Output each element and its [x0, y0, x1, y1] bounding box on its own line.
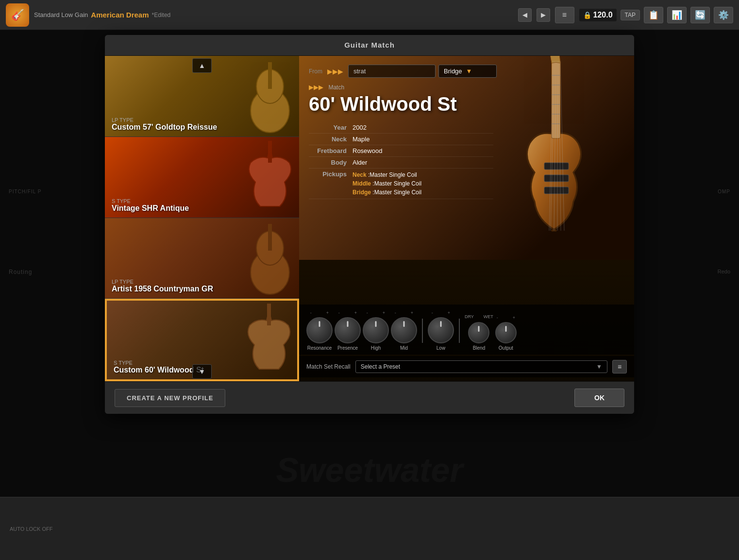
- menu-button[interactable]: ≡: [555, 7, 574, 23]
- low-knob-group: -+ Low: [428, 310, 454, 351]
- pickup-neck-row: Neck : Master Single Coil: [353, 170, 493, 179]
- levels-button[interactable]: 📊: [667, 7, 687, 23]
- from-dropdown-value: Bridge: [444, 68, 462, 75]
- loop-button[interactable]: 🔄: [690, 7, 710, 23]
- match-section: ▶▶▶ Match 60' Wildwood St: [309, 83, 624, 115]
- preset-menu-button[interactable]: ≡: [612, 360, 627, 373]
- dialog-overlay: Guitar Match ▲: [0, 30, 739, 560]
- dry-label: DRY: [465, 314, 474, 319]
- output-range: -+: [497, 315, 515, 320]
- spec-row-pickups: Pickups Neck : Master Single Coil Middle: [309, 169, 493, 199]
- ok-button[interactable]: OK: [574, 389, 624, 407]
- guitar-type: LP type: [112, 279, 213, 285]
- preset-recall-label: Match Set Recall: [306, 363, 351, 370]
- presence-knob-group: -+ Presence: [335, 310, 361, 351]
- guitar-name: Custom 57' Goldtop Reissue: [112, 123, 217, 132]
- knob-separator: [422, 319, 423, 343]
- settings-button[interactable]: ⚙️: [714, 7, 733, 23]
- top-right-controls: 🔒 120.0 TAP 📋 📊 🔄 ⚙️: [579, 7, 734, 23]
- mid-knob[interactable]: [391, 317, 417, 343]
- knob-separator-2: [459, 319, 460, 343]
- main-content: PITCH/FIL P Routing OMP Redo Sweetwater …: [0, 30, 739, 560]
- year-value: 2002: [353, 124, 493, 131]
- body-label: Body: [309, 159, 353, 166]
- dialog-footer: CREATE A NEW PROFILE OK: [105, 381, 634, 414]
- guitar-name: Vintage SHR Antique: [112, 204, 189, 213]
- specs-table: Year 2002 Neck Maple Fretboard Rosewood: [309, 122, 493, 199]
- dialog-title-bar: Guitar Match: [105, 35, 634, 56]
- output-label: Output: [499, 345, 513, 351]
- presence-knob[interactable]: [335, 317, 361, 343]
- guitar-type: S type: [114, 360, 204, 366]
- detail-content: From ▶▶▶ Bridge ▼: [299, 56, 634, 199]
- guitar-list: ▲ LP type Custom 57': [105, 56, 299, 381]
- high-knob-group: -+ High: [363, 310, 389, 351]
- fretboard-value: Rosewood: [353, 147, 493, 154]
- from-section: From ▶▶▶ Bridge ▼: [309, 65, 624, 78]
- guitar-item[interactable]: LP type Artist 1958 Countryman GR: [105, 218, 299, 299]
- notation-button[interactable]: 📋: [644, 7, 663, 23]
- logo-icon: 🎸: [11, 9, 24, 21]
- guitar-type: LP type: [112, 117, 217, 123]
- svg-rect-2: [268, 62, 272, 89]
- year-label: Year: [309, 124, 353, 131]
- preset-category: Standard Low Gain: [34, 11, 88, 18]
- pickup-middle-row: Middle : Master Single Coil: [353, 179, 493, 188]
- spec-row-neck: Neck Maple: [309, 134, 493, 145]
- presence-label: Presence: [337, 345, 358, 351]
- resonance-label: Resonance: [307, 345, 332, 351]
- from-input[interactable]: [348, 65, 436, 78]
- create-profile-button[interactable]: CREATE A NEW PROFILE: [115, 389, 225, 407]
- preset-select-dropdown[interactable]: Select a Preset ▼: [355, 360, 607, 373]
- bpm-value: 120.0: [593, 11, 613, 19]
- bottom-controls-placeholder: AUTO LOCK OFF: [10, 526, 52, 532]
- from-dropdown-button[interactable]: Bridge ▼: [438, 65, 497, 78]
- blend-knob[interactable]: [468, 322, 489, 343]
- auto-lock-label: AUTO LOCK OFF: [10, 526, 52, 532]
- spec-row-year: Year 2002: [309, 122, 493, 134]
- preset-info: Standard Low Gain American Dream *Edited: [34, 11, 513, 19]
- match-name: 60' Wildwood St: [309, 93, 624, 115]
- bpm-area: 🔒 120.0: [579, 9, 617, 21]
- prev-preset-button[interactable]: ◀: [518, 8, 532, 22]
- from-inputs: Bridge ▼: [348, 65, 497, 78]
- pickup-neck-coil-separator: :: [367, 171, 370, 178]
- preset-edited: *Edited: [152, 12, 171, 18]
- presence-range: -+: [338, 310, 357, 315]
- match-label: Match: [328, 84, 344, 91]
- from-label: From: [309, 68, 322, 75]
- pickup-middle-coil-separator: :: [371, 180, 374, 187]
- top-bar: 🎸 Standard Low Gain American Dream *Edit…: [0, 0, 739, 30]
- body-value: Alder: [353, 159, 493, 166]
- lock-icon: 🔒: [583, 11, 591, 19]
- high-knob[interactable]: [363, 317, 389, 343]
- knobs-area: -+ Resonance -+ Presence: [299, 305, 634, 355]
- wet-label: WET: [484, 314, 493, 319]
- app-logo[interactable]: 🎸: [6, 3, 29, 27]
- mid-knob-group: -+ Mid: [391, 310, 417, 351]
- guitar-detail: From ▶▶▶ Bridge ▼: [299, 56, 634, 381]
- mid-range: -+: [395, 310, 413, 315]
- output-knob[interactable]: [495, 322, 517, 343]
- preset-dropdown-arrow-icon: ▼: [596, 363, 602, 370]
- spec-row-fretboard: Fretboard Rosewood: [309, 145, 493, 157]
- pickup-bridge-coil-separator: :: [371, 189, 374, 196]
- resonance-knob-group: -+ Resonance: [306, 310, 333, 351]
- scroll-up-button[interactable]: ▲: [192, 58, 212, 73]
- guitar-item[interactable]: S type Vintage SHR Antique: [105, 137, 299, 218]
- pickup-middle-value: Master Single Coil: [374, 180, 421, 187]
- next-preset-button[interactable]: ▶: [537, 8, 550, 22]
- guitar-type: S type: [112, 198, 189, 204]
- pickup-bridge-row: Bridge : Master Single Coil: [353, 188, 493, 197]
- svg-rect-7: [267, 304, 271, 325]
- guitar-match-dialog: Guitar Match ▲: [105, 35, 634, 414]
- pickup-bridge-value: Master Single Coil: [374, 189, 421, 196]
- guitar-name: Custom 60' Wildwood St: [114, 366, 204, 374]
- scroll-down-button[interactable]: ▼: [192, 364, 212, 379]
- preset-name: American Dream: [91, 11, 149, 19]
- pickup-bridge-label: Bridge: [353, 189, 371, 196]
- tap-button[interactable]: TAP: [621, 10, 640, 20]
- resonance-knob[interactable]: [306, 317, 333, 343]
- low-knob[interactable]: [428, 317, 454, 343]
- dialog-body: ▲ LP type Custom 57': [105, 56, 634, 381]
